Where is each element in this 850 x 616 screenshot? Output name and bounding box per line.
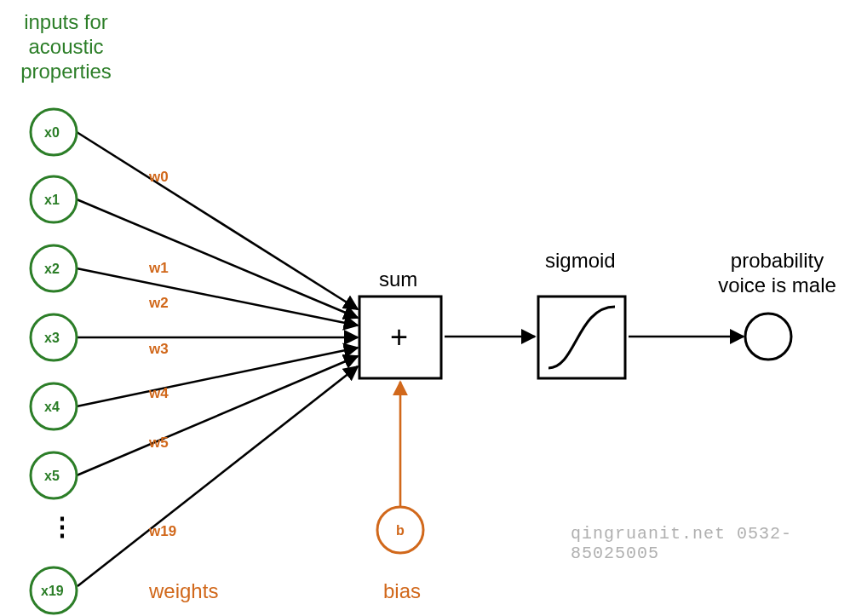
input-label-x1: x1 <box>44 192 60 208</box>
weights-caption: weights <box>149 579 218 604</box>
edge-x2-sum <box>77 268 358 325</box>
bias-node-label: b <box>396 522 405 538</box>
input-label-x4: x4 <box>44 399 60 415</box>
weight-label-w2: w2 <box>149 295 169 312</box>
input-label-x5: x5 <box>44 468 60 484</box>
bias-caption: bias <box>383 579 421 604</box>
output-node <box>745 314 791 360</box>
sum-title: sum <box>379 268 417 292</box>
input-label-x19: x19 <box>41 583 64 599</box>
sum-symbol: + <box>390 319 408 355</box>
edge-x19-sum <box>78 366 358 586</box>
input-label-x3: x3 <box>44 330 60 346</box>
inputs-header: inputs for acoustic properties <box>9 10 123 83</box>
input-label-x0: x0 <box>44 124 60 141</box>
watermark-text: qingruanit.net 0532-85025005 <box>571 524 850 563</box>
edge-x4-sum <box>77 348 358 406</box>
sigmoid-title: sigmoid <box>545 249 616 273</box>
weight-label-w3: w3 <box>149 341 169 358</box>
sigmoid-box <box>538 296 625 378</box>
weight-label-w1: w1 <box>149 260 169 277</box>
weight-label-w19: w19 <box>149 523 176 540</box>
weight-label-w5: w5 <box>149 435 169 452</box>
edge-x5-sum <box>77 356 358 475</box>
input-label-x2: x2 <box>44 261 60 277</box>
output-title: probability voice is male <box>707 249 847 298</box>
edge-x1-sum <box>77 199 358 318</box>
edge-x0-sum <box>77 132 358 309</box>
input-ellipsis: ⋮ <box>49 511 77 542</box>
weight-label-w4: w4 <box>149 385 169 402</box>
weight-label-w0: w0 <box>149 169 169 186</box>
